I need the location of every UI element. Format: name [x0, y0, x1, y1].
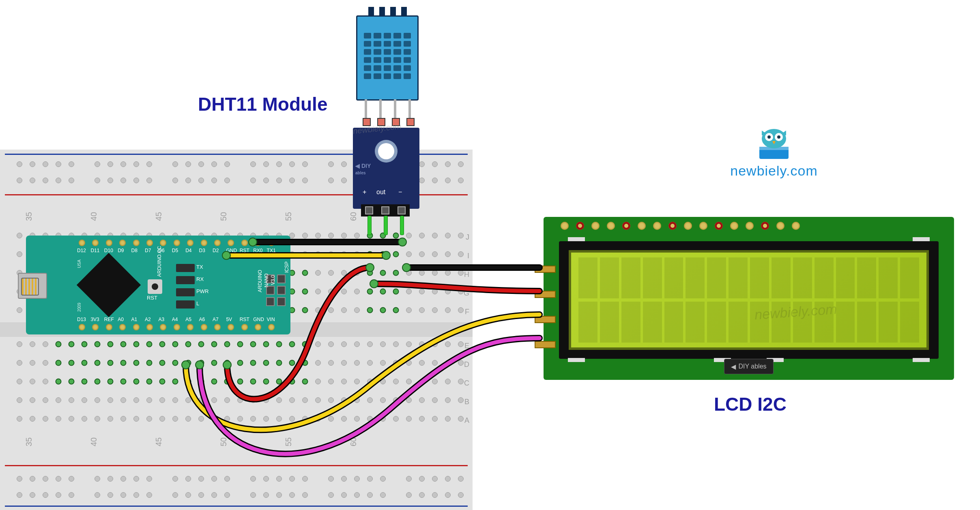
svg-point-258	[316, 289, 321, 294]
svg-point-85	[251, 476, 256, 482]
svg-point-365	[342, 360, 347, 366]
svg-point-440	[406, 398, 412, 403]
svg-point-555	[212, 360, 217, 366]
nano-pin-d4	[187, 240, 193, 246]
svg-point-100	[17, 493, 22, 498]
svg-point-115	[251, 493, 256, 498]
svg-point-424	[199, 398, 204, 403]
svg-point-458	[186, 416, 191, 422]
lcd-cell	[793, 257, 812, 298]
svg-point-470	[342, 416, 347, 422]
svg-point-562	[225, 379, 230, 384]
nano-pinlabel-a1: A1	[131, 317, 138, 322]
svg-point-609	[380, 308, 386, 313]
svg-point-489	[69, 360, 74, 366]
svg-point-109	[147, 493, 152, 498]
svg-point-337	[432, 342, 438, 347]
svg-point-399	[329, 379, 334, 384]
svg-point-407	[432, 379, 438, 384]
svg-point-433	[316, 398, 321, 403]
svg-point-306	[30, 342, 35, 347]
svg-point-408	[445, 379, 451, 384]
svg-point-82	[199, 476, 204, 482]
lcd-screen	[569, 250, 929, 350]
svg-point-161	[419, 233, 425, 238]
attribution-link: newbiely.com	[721, 163, 827, 179]
svg-point-95	[406, 476, 412, 482]
svg-point-11	[30, 162, 35, 167]
svg-point-23	[212, 162, 217, 167]
lcd-pad-3	[607, 222, 615, 230]
svg-point-29	[303, 162, 308, 167]
svg-point-493	[82, 342, 87, 347]
svg-point-93	[368, 476, 373, 482]
svg-point-15	[95, 162, 100, 167]
reset-button[interactable]	[148, 279, 162, 294]
svg-point-77	[121, 476, 126, 482]
svg-point-164	[458, 233, 464, 238]
svg-point-55	[251, 178, 256, 183]
svg-point-163	[445, 233, 451, 238]
svg-point-89	[303, 476, 308, 482]
lcd-cell	[729, 257, 748, 298]
nano-pin-d12	[79, 240, 85, 246]
lcd-row-1	[578, 302, 919, 343]
nano-pin-a6	[201, 324, 207, 330]
nano-pin-tx1	[268, 240, 275, 246]
nano-pin-a7	[214, 324, 221, 330]
lcd-pad-11	[730, 222, 738, 230]
svg-point-448	[56, 416, 61, 422]
lcd-cell	[815, 257, 834, 298]
svg-point-419	[134, 398, 139, 403]
svg-point-553	[212, 342, 217, 347]
svg-point-108	[134, 493, 139, 498]
svg-point-454	[134, 416, 139, 422]
nano-pin-rst	[241, 324, 248, 330]
nano-pinlabel-d5: D5	[172, 248, 178, 253]
lcd-pad-0	[561, 222, 569, 230]
dht11-pin-out: out	[376, 189, 385, 196]
bb-col-50: 50	[219, 212, 228, 221]
svg-point-592	[290, 379, 295, 384]
nano-text-usa: USA	[77, 259, 82, 268]
svg-point-199	[458, 252, 464, 257]
svg-point-83	[212, 476, 217, 482]
svg-point-10	[17, 162, 22, 167]
svg-point-67	[432, 178, 438, 183]
svg-point-165	[17, 252, 22, 257]
svg-point-105	[95, 493, 100, 498]
svg-point-412	[43, 398, 48, 403]
svg-point-120	[329, 493, 334, 498]
svg-point-429	[264, 398, 269, 403]
lcd-pad-12	[746, 222, 754, 230]
svg-point-53	[212, 178, 217, 183]
nano-pinlabel-ref: REF	[104, 317, 114, 322]
led-lbl-pwr: PWR	[196, 288, 208, 294]
lcd-solder-row	[561, 222, 800, 230]
lcd-pin-scl	[535, 341, 556, 348]
svg-point-198	[445, 252, 451, 257]
svg-point-81	[186, 476, 191, 482]
svg-point-368	[380, 360, 386, 366]
svg-point-568	[238, 379, 243, 384]
svg-point-445	[17, 416, 22, 422]
svg-point-537	[173, 360, 178, 366]
lcd-cell	[686, 302, 705, 343]
svg-point-604	[368, 308, 373, 313]
lcd-row-0	[578, 257, 919, 298]
nano-pin-a5	[187, 324, 193, 330]
lcd-cell	[621, 257, 640, 298]
nano-pin-ref	[106, 324, 112, 330]
lcd-callout: LCD I2C	[714, 393, 787, 415]
svg-point-523	[147, 342, 152, 347]
svg-point-338	[445, 342, 451, 347]
nano-pin-a1	[133, 324, 140, 330]
owl-logo-icon	[750, 125, 798, 161]
svg-point-426	[225, 398, 230, 403]
svg-point-375	[17, 379, 22, 384]
svg-point-226	[355, 270, 360, 276]
svg-point-477	[432, 416, 438, 422]
svg-point-598	[303, 379, 308, 384]
svg-point-431	[290, 398, 295, 403]
svg-point-403	[380, 379, 386, 384]
